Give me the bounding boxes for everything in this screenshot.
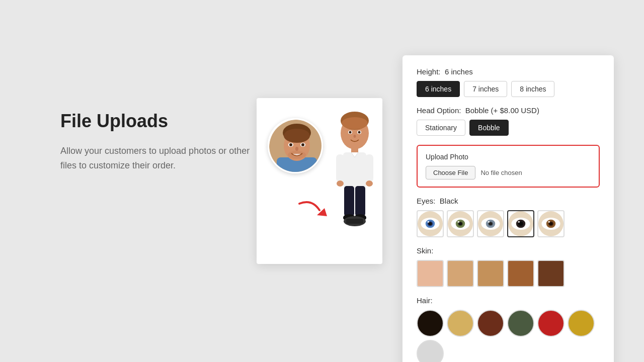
- hair-option: Hair:: [417, 296, 600, 362]
- svg-point-49: [488, 221, 490, 223]
- product-card: [257, 98, 382, 264]
- svg-point-61: [548, 221, 550, 223]
- svg-point-6: [289, 143, 292, 146]
- svg-rect-31: [346, 219, 363, 224]
- upload-label: Upload Photo: [426, 153, 591, 161]
- no-file-label: No file chosen: [480, 169, 522, 176]
- svg-point-9: [295, 147, 298, 151]
- hair-swatch-red[interactable]: [537, 310, 565, 337]
- eye-swatch-black[interactable]: [507, 210, 534, 237]
- head-label-text: Head Option:: [417, 106, 461, 115]
- skin-swatch-light[interactable]: [417, 260, 444, 287]
- person-photo: [268, 118, 323, 173]
- hair-swatch-auburn[interactable]: [477, 310, 504, 337]
- svg-point-60: [549, 222, 552, 225]
- head-label: Head Option: Bobble (+ $8.00 USD): [417, 106, 600, 115]
- bobblehead-figure: [332, 108, 377, 231]
- arrow-indicator: [297, 196, 332, 221]
- height-7-button[interactable]: 7 inches: [464, 81, 507, 97]
- eyes-option: Eyes: Black: [417, 197, 600, 237]
- hair-swatch-golden[interactable]: [568, 310, 595, 337]
- svg-point-16: [349, 131, 352, 134]
- height-6-button[interactable]: 6 inches: [417, 81, 460, 97]
- hair-swatches: [417, 310, 600, 362]
- svg-point-10: [288, 151, 306, 159]
- hair-swatch-blonde[interactable]: [447, 310, 474, 337]
- choose-file-button[interactable]: Choose File: [426, 166, 475, 179]
- svg-point-42: [458, 222, 462, 225]
- svg-point-14: [342, 117, 368, 129]
- hair-swatch-dark-green[interactable]: [507, 310, 534, 337]
- head-selected-value: Bobble (+ $8.00 USD): [465, 106, 539, 115]
- svg-point-54: [519, 222, 522, 225]
- hair-label: Hair:: [417, 296, 600, 305]
- page-title: File Uploads: [60, 111, 252, 132]
- eyes-label-text: Eyes:: [417, 197, 436, 205]
- height-label-text: Height:: [417, 67, 441, 76]
- head-stationary-button[interactable]: Stationary: [417, 120, 465, 136]
- svg-point-19: [354, 135, 356, 138]
- left-content: File Uploads Allow your customers to upl…: [60, 111, 252, 173]
- svg-point-25: [366, 180, 373, 187]
- upload-controls: Choose File No file chosen: [426, 166, 591, 179]
- skin-swatch-dark[interactable]: [537, 260, 565, 287]
- svg-point-43: [457, 221, 459, 223]
- svg-point-55: [518, 221, 520, 223]
- svg-rect-22: [336, 154, 344, 182]
- height-btn-group: 6 inches 7 inches 8 inches: [417, 81, 600, 97]
- skin-swatch-medium-dark[interactable]: [507, 260, 534, 287]
- eye-swatch-green[interactable]: [447, 210, 474, 237]
- eye-swatch-blue[interactable]: [417, 210, 444, 237]
- height-8-button[interactable]: 8 inches: [511, 81, 554, 97]
- skin-swatch-medium[interactable]: [477, 260, 504, 287]
- options-panel: Height: 6 inches 6 inches 7 inches 8 inc…: [403, 55, 614, 362]
- svg-point-48: [489, 222, 492, 225]
- skin-label: Skin:: [417, 246, 600, 255]
- svg-point-37: [427, 221, 429, 223]
- skin-swatches: [417, 260, 600, 287]
- svg-rect-26: [344, 186, 354, 216]
- eye-swatch-brown[interactable]: [537, 210, 565, 237]
- eyes-swatches: [417, 210, 600, 237]
- eyes-label: Eyes: Black: [417, 197, 600, 205]
- svg-rect-23: [365, 154, 373, 182]
- head-btn-group: Stationary Bobble: [417, 120, 600, 136]
- hair-swatch-gray[interactable]: [417, 340, 444, 362]
- page-subtitle: Allow your customers to upload photos or…: [60, 144, 252, 173]
- height-option: Height: 6 inches 6 inches 7 inches 8 inc…: [417, 67, 600, 97]
- svg-rect-27: [355, 186, 365, 216]
- svg-point-24: [337, 180, 344, 187]
- svg-point-18: [358, 131, 361, 134]
- eyes-selected-value: Black: [440, 197, 458, 205]
- height-label: Height: 6 inches: [417, 67, 600, 76]
- head-bobble-button[interactable]: Bobble: [469, 120, 509, 136]
- svg-point-4: [284, 129, 310, 143]
- hair-swatch-black[interactable]: [417, 310, 444, 337]
- height-selected-value: 6 inches: [445, 67, 473, 76]
- skin-swatch-medium-light[interactable]: [447, 260, 474, 287]
- eye-swatch-gray[interactable]: [477, 210, 504, 237]
- head-option: Head Option: Bobble (+ $8.00 USD) Statio…: [417, 106, 600, 136]
- svg-point-8: [301, 143, 304, 146]
- skin-option: Skin:: [417, 246, 600, 287]
- upload-section: Upload Photo Choose File No file chosen: [417, 145, 600, 188]
- svg-point-36: [428, 222, 432, 225]
- person-face-svg: [269, 120, 323, 173]
